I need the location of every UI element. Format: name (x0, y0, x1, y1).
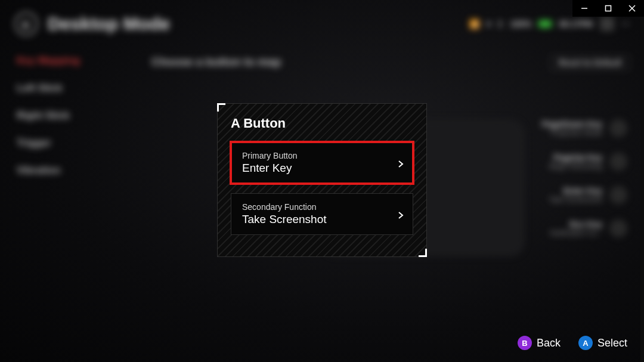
signal-icon: 📶 (469, 19, 479, 29)
window-titlebar (572, 0, 644, 17)
minimize-icon (581, 5, 588, 12)
back-label: Back (537, 337, 561, 349)
sidebar-item-right-stick[interactable]: Right Stick (17, 110, 116, 122)
button-mapping-modal: A Button Primary Button Enter Key Second… (217, 103, 427, 257)
reset-button[interactable]: Reset to Default (550, 55, 630, 70)
corner-decor-icon (217, 103, 225, 112)
app-root: ◐ Desktop Mode 📶 ▾ ᛒ 100% 06:17PM ⋯ Key … (0, 0, 644, 362)
clock-text: 06:17PM (559, 19, 593, 29)
menu-icon: ⋯ (621, 19, 630, 29)
corner-decor-icon (419, 249, 427, 257)
chevron-right-icon (397, 159, 404, 166)
b-button-icon: B (518, 336, 532, 350)
battery-icon (538, 20, 552, 27)
sidebar-item-left-stick[interactable]: Left Stick (17, 82, 116, 94)
wifi-icon: ▾ (487, 19, 491, 29)
card-label: Secondary Function (242, 202, 385, 212)
maximize-button[interactable] (596, 0, 620, 17)
battery-pct: 100% (510, 19, 531, 29)
profile-icon (600, 17, 614, 31)
mapping-row: Esc KeyNotification Ce... (550, 219, 627, 237)
sidebar-item-trigger[interactable]: Trigger (17, 137, 116, 149)
chevron-right-icon (397, 211, 404, 218)
card-label: Primary Button (242, 151, 385, 160)
back-hint: B Back (518, 336, 561, 350)
bluetooth-icon: ᛒ (498, 19, 503, 29)
footer-hints: B Back A Select (518, 336, 627, 350)
sidebar-item-key-mapping[interactable]: Key Mapping (17, 55, 116, 67)
select-label: Select (597, 337, 627, 349)
right-mapping-panel: PageDown KeyProjection Mode PageUp KeyBe… (542, 119, 627, 237)
card-value: Enter Key (242, 162, 385, 175)
button-icon (609, 153, 627, 171)
secondary-function-card[interactable]: Secondary Function Take Screenshot (231, 193, 413, 235)
mapping-row: PageUp KeyBegin Recording (549, 153, 627, 171)
header: ◐ Desktop Mode 📶 ▾ ᛒ 100% 06:17PM ⋯ (14, 12, 630, 36)
modal-title: A Button (231, 116, 413, 131)
minimize-button[interactable] (572, 0, 596, 17)
mapping-row: Enter KeyTake Screenshot (549, 186, 627, 204)
page-title: Desktop Mode (48, 14, 170, 34)
svg-rect-1 (606, 6, 611, 11)
sidebar: Key Mapping Left Stick Right Stick Trigg… (14, 55, 116, 177)
mapping-row: PageDown KeyProjection Mode (542, 119, 627, 137)
button-icon (609, 219, 627, 237)
a-button-icon: A (578, 336, 593, 350)
app-logo-icon: ◐ (14, 12, 38, 36)
sidebar-item-vibration[interactable]: Vibration (17, 165, 116, 177)
card-value: Take Screenshot (242, 213, 385, 226)
select-hint: A Select (578, 336, 627, 350)
status-bar: 📶 ▾ ᛒ 100% 06:17PM ⋯ (469, 17, 630, 31)
maximize-icon (605, 5, 612, 12)
primary-button-card[interactable]: Primary Button Enter Key (231, 142, 413, 184)
close-button[interactable] (620, 0, 644, 17)
close-icon (628, 5, 636, 12)
scrollbar[interactable] (640, 17, 644, 362)
button-icon (609, 186, 627, 204)
instruction-text: Choose a button to map (151, 55, 281, 69)
button-icon (609, 119, 627, 137)
